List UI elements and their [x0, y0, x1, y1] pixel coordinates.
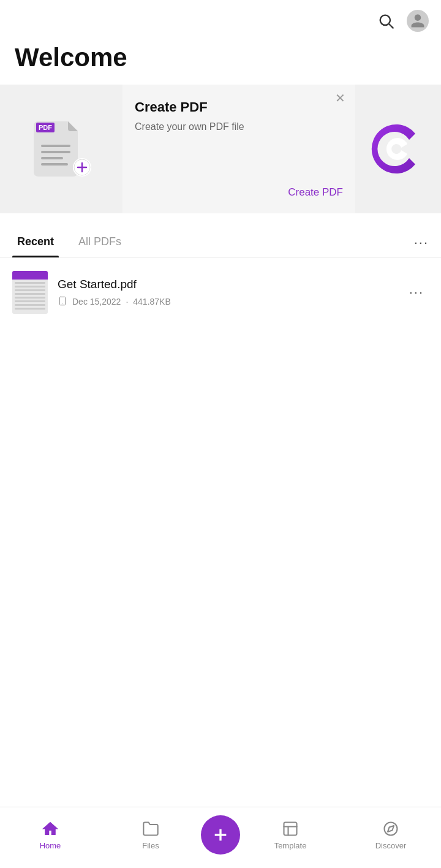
add-button[interactable] [201, 815, 240, 855]
file-size: 441.87KB [133, 297, 171, 306]
plus-circle [73, 158, 91, 177]
second-card [355, 85, 441, 213]
svg-rect-12 [284, 823, 297, 836]
search-button[interactable] [375, 10, 397, 32]
svg-rect-3 [41, 151, 70, 153]
card-close-button[interactable]: ✕ [335, 92, 345, 104]
card-content: ✕ Create PDF Create your own PDF file Cr… [123, 85, 355, 213]
nav-label-discover: Discover [375, 841, 407, 850]
template-icon-container [281, 819, 300, 839]
nav-label-home: Home [40, 841, 61, 850]
file-date: Dec 15,2022 [72, 297, 121, 306]
cards-container: PDF ✕ Create PDF Create your own PDF fil… [0, 85, 441, 213]
nav-item-discover[interactable]: Discover [341, 819, 441, 850]
create-pdf-action[interactable]: Create PDF [288, 186, 343, 204]
nav-label-template: Template [274, 841, 307, 850]
nav-item-files[interactable]: Files [100, 819, 201, 850]
file-thumbnail [12, 271, 48, 314]
svg-rect-8 [59, 297, 65, 305]
file-meta: Dec 15,2022 · 441.87KB [58, 296, 404, 308]
profile-button[interactable] [407, 10, 429, 32]
svg-marker-16 [388, 826, 394, 832]
plus-icon [74, 159, 91, 176]
svg-rect-4 [41, 157, 63, 159]
svg-point-15 [385, 823, 398, 836]
page-title: Welcome [0, 37, 441, 85]
nav-item-template[interactable]: Template [240, 819, 341, 850]
tabs-container: Recent All PDFs ··· [0, 228, 441, 257]
card-title: Create PDF [135, 99, 343, 115]
discover-icon-container [381, 819, 401, 839]
file-thumb-header [12, 271, 48, 280]
pdf-icon-wrapper: PDF [34, 121, 89, 177]
file-more-button[interactable]: ··· [404, 280, 429, 305]
file-info: Get Started.pdf Dec 15,2022 · 441.87KB [58, 278, 404, 308]
card-icon-area: PDF [0, 85, 123, 213]
card-description: Create your own PDF file [135, 121, 343, 186]
header [0, 0, 441, 37]
nav-label-files: Files [142, 841, 159, 850]
home-icon-container [40, 819, 60, 839]
svg-rect-2 [41, 145, 70, 147]
add-icon [211, 825, 230, 845]
file-thumb-lines [12, 280, 48, 314]
discover-icon [382, 820, 399, 837]
home-icon [42, 820, 59, 837]
file-separator: · [126, 297, 128, 306]
files-icon [142, 820, 159, 837]
table-row[interactable]: Get Started.pdf Dec 15,2022 · 441.87KB ·… [0, 262, 441, 322]
svg-line-1 [389, 24, 393, 28]
brand-logo [368, 118, 429, 180]
profile-icon [410, 13, 426, 29]
device-icon [58, 296, 67, 308]
search-icon [377, 12, 394, 29]
pdf-badge: PDF [36, 123, 55, 132]
template-icon [282, 820, 299, 837]
tab-recent[interactable]: Recent [12, 228, 59, 257]
create-pdf-card: PDF ✕ Create PDF Create your own PDF fil… [0, 85, 355, 213]
nav-item-add[interactable] [201, 815, 240, 855]
tabs-list: Recent All PDFs [12, 228, 141, 257]
tab-all-pdfs[interactable]: All PDFs [74, 228, 126, 257]
nav-item-home[interactable]: Home [0, 819, 100, 850]
file-list: Get Started.pdf Dec 15,2022 · 441.87KB ·… [0, 257, 441, 327]
bottom-nav: Home Files Template [0, 807, 441, 868]
file-name: Get Started.pdf [58, 278, 404, 291]
svg-rect-5 [41, 163, 68, 166]
tabs-more-button[interactable]: ··· [414, 235, 429, 251]
files-icon-container [141, 819, 160, 839]
